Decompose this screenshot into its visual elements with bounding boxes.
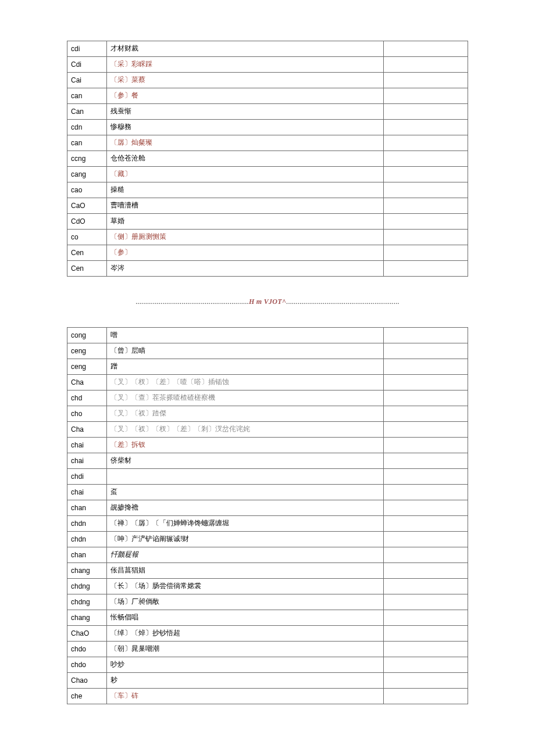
empty-cell (384, 359, 468, 375)
pinyin-cell: chd (67, 390, 107, 406)
empty-cell (384, 214, 468, 230)
table-row: can〔孱〕灿粲璨 (67, 135, 468, 151)
pinyin-cell: chdng (67, 579, 107, 594)
pinyin-cell: CdO (67, 214, 107, 230)
empty-cell (384, 689, 468, 704)
table-row: Cai〔采〕菜蔡 (67, 73, 468, 88)
hanzi-cell: 岑涔 (107, 261, 384, 277)
table-row: can〔参〕餐 (67, 88, 468, 104)
hanzi-cell: 耖 (107, 673, 384, 689)
empty-cell (384, 375, 468, 390)
table-row: cho〔叉〕〔衩〕蹅傑 (67, 406, 468, 422)
pinyin-cell: ceng (67, 359, 107, 375)
table-row: ceng〔曾〕层瞄 (67, 343, 468, 359)
hanzi-cell: 〔孱〕灿粲璨 (107, 135, 384, 151)
table-row: cdn惨穆務 (67, 120, 468, 135)
empty-cell (384, 198, 468, 214)
pinyin-cell: cho (67, 406, 107, 422)
empty-cell (384, 516, 468, 532)
hanzi-cell: 操糙 (107, 182, 384, 198)
hanzi-cell: 〔长〕〔场〕肠尝偿徜常嫦裳 (107, 579, 384, 594)
hanzi-cell: 忏颤屣報 (107, 547, 384, 563)
table-row: CdO草婚 (67, 214, 468, 230)
pinyin-cell: co (67, 230, 107, 245)
hanzi-cell: 才材财裁 (107, 41, 384, 57)
empty-cell (384, 151, 468, 167)
hanzi-cell: 仓伧苍沧舱 (107, 151, 384, 167)
table-row: Cdi〔采〕彩睬踩 (67, 57, 468, 73)
pinyin-table-2: cong噌ceng〔曾〕层瞄ceng蹭Cha〔叉〕〔杈〕〔差〕〔喳〔嗒〕插锸蚀c… (67, 327, 468, 704)
table-row: chdo〔朝〕晁巢嘲潮 (67, 642, 468, 657)
pinyin-table-1: cdi才材财裁Cdi〔采〕彩睬踩Cai〔采〕菜蔡can〔参〕餐Can残蚕惭cdn… (67, 41, 468, 277)
empty-cell (384, 642, 468, 657)
hanzi-cell: 〔采〕菜蔡 (107, 73, 384, 88)
empty-cell (384, 88, 468, 104)
table-row: chan觇掺搀襜 (67, 500, 468, 516)
pinyin-cell: chdn (67, 532, 107, 547)
empty-cell (384, 261, 468, 277)
table-row: chai虿 (67, 485, 468, 500)
table-row: Chao耖 (67, 673, 468, 689)
table-row: Cen〔参〕 (67, 245, 468, 261)
pinyin-cell: ceng (67, 343, 107, 359)
pinyin-cell: chdo (67, 657, 107, 673)
divider-label: H m VJOT^ (249, 298, 286, 306)
hanzi-cell: 侪柴豺 (107, 453, 384, 469)
hanzi-cell: 虿 (107, 485, 384, 500)
table-row: ceng蹭 (67, 359, 468, 375)
pinyin-cell: ccng (67, 151, 107, 167)
table-row: Can残蚕惭 (67, 104, 468, 120)
pinyin-cell: chang (67, 563, 107, 579)
empty-cell (384, 73, 468, 88)
table-row: Cen岑涔 (67, 261, 468, 277)
pinyin-cell: chan (67, 500, 107, 516)
pinyin-cell: ChaO (67, 626, 107, 642)
pinyin-cell: che (67, 689, 107, 704)
table-row: chdn〔禅〕〔孱〕〔「们婵蝉谗馋蟪潺缠堀 (67, 516, 468, 532)
hanzi-cell: 伥昌菖猖娼 (107, 563, 384, 579)
table-row: CaO曹嘈漕槽 (67, 198, 468, 214)
table-row: cao操糙 (67, 182, 468, 198)
empty-cell (384, 167, 468, 182)
hanzi-cell: 〔叉〕〔衩〕蹅傑 (107, 406, 384, 422)
hanzi-cell: 觇掺搀襜 (107, 500, 384, 516)
table-row: chan忏颤屣報 (67, 547, 468, 563)
pinyin-cell: chai (67, 453, 107, 469)
pinyin-cell: cdi (67, 41, 107, 57)
empty-cell (384, 532, 468, 547)
empty-cell (384, 422, 468, 438)
hanzi-cell: 〔曾〕层瞄 (107, 343, 384, 359)
hanzi-cell: 〔藏〕 (107, 167, 384, 182)
table-row: chdi (67, 469, 468, 485)
hanzi-cell: 吵炒 (107, 657, 384, 673)
hanzi-cell: 怅畅倡唱 (107, 610, 384, 626)
empty-cell (384, 673, 468, 689)
pinyin-cell: cang (67, 167, 107, 182)
empty-cell (384, 182, 468, 198)
empty-cell (384, 579, 468, 594)
pinyin-cell: chang (67, 610, 107, 626)
table-row: chang伥昌菖猖娼 (67, 563, 468, 579)
empty-cell (384, 453, 468, 469)
empty-cell (384, 657, 468, 673)
pinyin-cell: Cen (67, 261, 107, 277)
table-row: chang怅畅倡唱 (67, 610, 468, 626)
table-row: chdo吵炒 (67, 657, 468, 673)
table-row: cang〔藏〕 (67, 167, 468, 182)
table-row: ccng仓伧苍沧舱 (67, 151, 468, 167)
empty-cell (384, 230, 468, 245)
hanzi-cell: 〔朝〕晁巢嘲潮 (107, 642, 384, 657)
document-page: cdi才材财裁Cdi〔采〕彩睬踩Cai〔采〕菜蔡can〔参〕餐Can残蚕惭cdn… (0, 0, 535, 733)
hanzi-cell (107, 469, 384, 485)
table-row: cdi才材财裁 (67, 41, 468, 57)
hanzi-cell: 〔参〕餐 (107, 88, 384, 104)
pinyin-cell: Can (67, 104, 107, 120)
pinyin-cell: chdng (67, 594, 107, 610)
hanzi-cell: 〔叉〕〔杈〕〔差〕〔喳〔嗒〕插锸蚀 (107, 375, 384, 390)
table-row: chdn〔呻〕产浐铲谄阐辗诚!财 (67, 532, 468, 547)
empty-cell (384, 547, 468, 563)
table-row: cong噌 (67, 328, 468, 343)
pinyin-cell: chai (67, 438, 107, 453)
hanzi-cell: 〔叉〕〔衩〕〔杈〕〔差〕〔剎〕汊岔侘诧姹 (107, 422, 384, 438)
hanzi-cell: 〔侧〕册厕测恻策 (107, 230, 384, 245)
